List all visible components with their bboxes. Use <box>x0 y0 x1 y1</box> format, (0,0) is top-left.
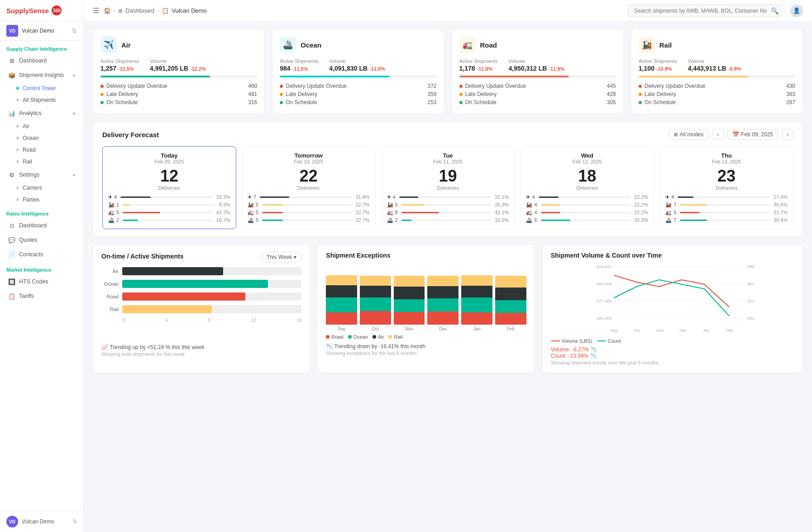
volume-svg: ,824,941,662,409,577,409,492,40969965162… <box>551 262 794 334</box>
sidebar-item-rates-dashboard[interactable]: ⊙ Dashboard <box>2 219 81 232</box>
svg-text:591: 591 <box>747 316 754 321</box>
user-profile-icon: 👤 <box>793 7 800 14</box>
sub-dot-icon <box>16 99 19 101</box>
sidebar-item-carriers[interactable]: Carriers <box>0 182 83 194</box>
sidebar-item-parties[interactable]: Parties <box>0 194 83 206</box>
breadcrumb-dashboard[interactable]: Dashboard <box>125 7 154 14</box>
svg-text:Sep: Sep <box>610 328 617 333</box>
sidebar-item-ocean[interactable]: Ocean <box>0 132 83 144</box>
ontime-bar-chart: Air Ocean Road Rail 0481216 <box>101 267 301 340</box>
bottom-charts-grid: On-time / Active Shipments This Week ▾ A… <box>93 244 803 373</box>
date-filter-button[interactable]: 📅 Feb 09, 2025 <box>727 129 778 140</box>
bar-row-air: Air <box>122 267 301 275</box>
ontime-subtitle: Showing total shipments for this week <box>101 351 301 357</box>
sidebar-item-label: Rail <box>23 158 32 165</box>
sidebar-item-road[interactable]: Road <box>0 144 83 156</box>
sub-dot-icon <box>16 160 19 163</box>
sidebar-item-label: Contracts <box>19 251 43 258</box>
sidebar-item-air[interactable]: Air <box>0 120 83 132</box>
modes-icon: ⊕ <box>673 131 678 138</box>
sidebar-item-shipment-insights[interactable]: 📦 Shipment Insights ▾ <box>2 68 81 82</box>
chevron-down-icon: ▾ <box>294 254 296 260</box>
all-modes-button[interactable]: ⊕ All modes <box>669 129 709 140</box>
bar-row-ocean: Ocean <box>122 280 301 288</box>
stacked-bar-group: Jan <box>461 275 492 331</box>
ontime-chart-title: On-time / Active Shipments <box>101 253 184 260</box>
tariffs-icon: 📋 <box>8 292 15 300</box>
svg-text:Dec: Dec <box>679 328 687 333</box>
stacked-bars-container: SepOctNovDecJanFeb <box>326 264 526 331</box>
settings-icon: ⚙ <box>8 171 15 178</box>
breadcrumb-icon: 📋 <box>162 7 169 14</box>
bar-row-rail: Rail <box>122 305 301 313</box>
sidebar-item-label: Ocean <box>23 135 38 141</box>
sub-dot-icon <box>16 187 19 189</box>
forecast-day-thu: Thu Feb 13, 2025 23 Deliveries ✈ 4 17.4%… <box>659 146 793 229</box>
sidebar-item-label: Settings <box>19 172 39 178</box>
sidebar-item-settings[interactable]: ⚙ Settings ▾ <box>2 168 81 182</box>
logo-text: SupplySense <box>6 7 49 14</box>
shipment-insights-icon: 📦 <box>8 72 15 79</box>
transport-cards-grid: ✈️ Air Active Shipments 1,257-11.5% Volu… <box>93 29 803 114</box>
search-container: 🔍 <box>628 5 782 17</box>
sidebar-item-label: HTS Codes <box>19 278 48 285</box>
svg-text:Feb: Feb <box>726 328 733 333</box>
sidebar-item-dashboard[interactable]: ⊞ Dashboard <box>2 54 81 67</box>
ontime-trend-text: 📈 Trending up by +51.24 % this this week <box>101 344 301 350</box>
logo: SupplySense 360 <box>0 0 83 21</box>
all-modes-label: All modes <box>680 131 704 138</box>
sidebar-item-analytics[interactable]: 📊 Analytics ▾ <box>2 106 81 120</box>
sidebar-item-tariffs[interactable]: 📋 Tariffs <box>2 289 81 303</box>
sub-dot-icon <box>16 87 19 90</box>
legend-item-rail: Rail <box>388 334 402 340</box>
sidebar-item-label: Road <box>23 147 36 153</box>
legend-item-road: Road <box>326 334 343 340</box>
contracts-icon: 📄 <box>8 251 15 258</box>
rates-dashboard-icon: ⊙ <box>8 222 15 229</box>
sidebar-toggle-button[interactable]: ☰ <box>93 6 99 15</box>
sidebar-item-rail[interactable]: Rail <box>0 156 83 168</box>
forecast-title: Delivery Forecast <box>102 131 159 139</box>
search-input[interactable] <box>628 5 782 17</box>
topbar: ☰ 🏠 › ⊞ Dashboard › 📋 Vulcan Demo 🔍 👤 <box>84 0 812 22</box>
sidebar: SupplySense 360 VD Vulcan Demo ⇅ Supply … <box>0 0 84 532</box>
user-profile-button[interactable]: 👤 <box>790 5 803 17</box>
volume-down-icon: 📉 <box>591 346 597 352</box>
prev-date-button[interactable]: ‹ <box>712 129 724 140</box>
volume-chart-title: Shipment Volume & Count over Time <box>551 252 662 259</box>
volume-chart-card: Shipment Volume & Count over Time ,824,9… <box>542 244 803 373</box>
svg-text:Nov: Nov <box>656 328 664 333</box>
volume-line-chart: ,824,941,662,409,577,409,492,40969965162… <box>551 262 794 344</box>
analytics-icon: 📊 <box>8 110 15 117</box>
svg-text:699: 699 <box>747 264 754 269</box>
breadcrumb-dashboard-icon: ⊞ <box>118 8 123 14</box>
ontime-filter-button[interactable]: This Week ▾ <box>262 252 301 263</box>
next-date-button[interactable]: › <box>782 129 793 140</box>
date-filter-label: Feb 09, 2025 <box>741 131 773 138</box>
filter-label: This Week <box>267 254 292 260</box>
supply-chain-section-label: Supply Chain Intelligence <box>0 41 83 53</box>
sidebar-item-label: Carriers <box>23 185 42 191</box>
legend-item-air: Air <box>373 334 384 340</box>
forecast-day-wed: Wed Feb 12, 2025 18 Deliveries ✈ 4 22.2%… <box>520 146 654 229</box>
count-down-icon: 📉 <box>590 353 597 359</box>
sidebar-item-contracts[interactable]: 📄 Contracts <box>2 248 81 261</box>
volume-subtitle: Showing shipment trends over the past 6 … <box>551 360 794 365</box>
exceptions-stacked-chart: SepOctNovDecJanFebRoadOceanAirRail <box>326 264 526 340</box>
sidebar-item-all-shipments[interactable]: All Shipments <box>0 94 83 106</box>
legend-count: Count <box>597 338 621 344</box>
sidebar-item-label: Control Tower <box>23 85 56 91</box>
sidebar-item-quotes[interactable]: 💬 Quotes <box>2 233 81 247</box>
sidebar-item-hts-codes[interactable]: 🔲 HTS Codes <box>2 275 81 288</box>
exceptions-trend: Trending down by -16.41% this month <box>334 343 425 350</box>
sidebar-item-label: Dashboard <box>19 58 47 64</box>
legend-volume: Volume (LBS) <box>551 338 592 344</box>
footer-chevron-icon: ⇅ <box>72 518 77 525</box>
sidebar-item-control-tower[interactable]: Control Tower <box>0 82 83 94</box>
transport-card-rail: 🚂 Rail Active Shipments 1,100-10.9% Volu… <box>631 29 803 114</box>
quotes-icon: 💬 <box>8 236 15 244</box>
svg-text:,662,409: ,662,409 <box>596 282 611 286</box>
exceptions-chart-card: Shipment Exceptions SepOctNovDecJanFebRo… <box>317 244 535 373</box>
home-icon[interactable]: 🏠 <box>104 7 111 14</box>
user-section[interactable]: VD Vulcan Demo ⇅ <box>0 21 83 41</box>
